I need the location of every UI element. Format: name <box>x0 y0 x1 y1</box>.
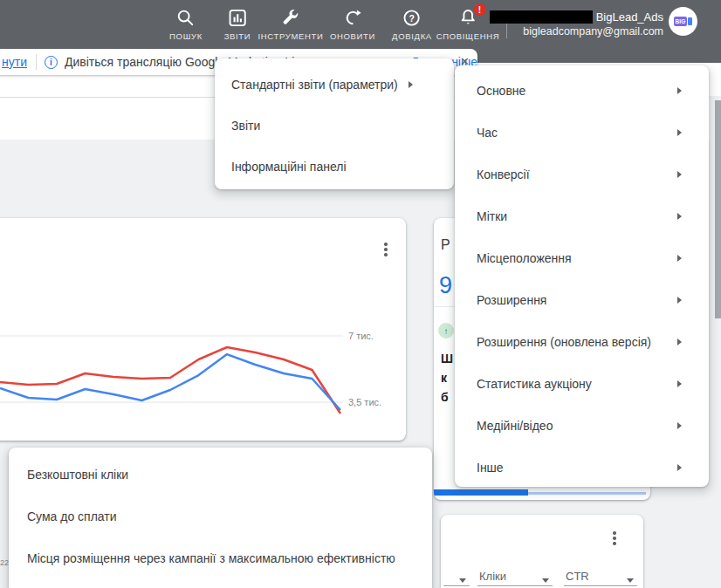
toolbar-button-reports[interactable]: ЗВІТИ <box>224 8 251 41</box>
predefined-reports-submenu: ОсновнеЧасКонверсіїМіткиМісцеположенняРо… <box>455 65 709 487</box>
overview-chart-card: 7 тис.3,5 тис. <box>0 218 406 441</box>
recommendations-title-fragment: Р <box>441 237 450 253</box>
chart-series-red <box>0 347 340 414</box>
chevron-down-icon <box>627 578 634 583</box>
toolbar-label: ІНСТРУМЕНТИ <box>258 31 323 41</box>
chevron-down-icon <box>542 578 549 583</box>
table-card: КлікиCTR <box>441 515 643 588</box>
menu-item[interactable]: Медійні/відео <box>455 405 709 447</box>
reports-icon <box>227 8 247 28</box>
score-progress-fill <box>434 489 528 496</box>
menu-item[interactable]: Статистика аукціону <box>455 363 709 405</box>
svg-text:?: ? <box>409 13 415 24</box>
uplift-badge-icon: ↑ <box>438 323 454 338</box>
menu-item[interactable]: Основне <box>455 70 709 112</box>
submenu-arrow-icon <box>677 129 682 136</box>
recommendation-text-fragment: Шкб <box>441 349 453 407</box>
column-selectors-row: КлікиCTR <box>443 569 637 586</box>
score-progress-track <box>528 492 646 495</box>
menu-item[interactable]: Інформаційні панелі <box>215 146 454 187</box>
axis-label-fragment: 22 <box>0 558 9 567</box>
collapse-link[interactable]: нути <box>2 55 27 69</box>
optimization-score-fragment: 9 <box>439 272 452 299</box>
submenu-arrow-icon <box>409 81 413 88</box>
avatar[interactable]: BIG <box>669 7 697 36</box>
notification-badge: ! <box>473 3 487 17</box>
column-select-кліки[interactable]: Кліки <box>477 569 553 586</box>
menu-item[interactable]: Інше <box>455 447 709 489</box>
menu-item-label: Конверсії <box>477 168 530 181</box>
column-select-hidden[interactable] <box>443 569 470 586</box>
scrollbar-track <box>710 96 721 588</box>
metrics-submenu: Безкоштовні клікиСума до сплатиМісця роз… <box>9 448 432 588</box>
menu-item[interactable]: Безкоштовні кліки <box>9 454 432 496</box>
toolbar-label: ПОШУК <box>169 31 203 41</box>
account-email: bigleadcompany@gmail.com <box>490 24 663 39</box>
redacted-account-id <box>490 10 593 24</box>
toolbar-label: ОНОВИТИ <box>330 31 375 41</box>
line-chart: 7 тис.3,5 тис. <box>0 218 406 441</box>
toolbar-button-search[interactable]: ПОШУК <box>169 8 203 41</box>
menu-item-label: Статистика аукціону <box>477 377 592 391</box>
menu-item-label: Сума до сплати <box>27 509 117 523</box>
menu-item-label: Основне <box>477 84 525 98</box>
info-icon: i <box>45 56 58 69</box>
brand-logo-icon: BIG <box>674 17 693 26</box>
banner-divider <box>36 54 37 70</box>
reports-dropdown-menu: Стандартні звіти (параметри)ЗвітиІнформа… <box>215 58 454 189</box>
account-name: BigLead_Ads <box>596 10 663 24</box>
submenu-arrow-icon <box>677 297 682 304</box>
menu-item[interactable]: Сума до сплати <box>9 496 432 537</box>
menu-item[interactable]: Час <box>455 112 709 154</box>
select-label: CTR <box>566 570 589 583</box>
y-axis-tick-label: 7 тис. <box>348 331 374 341</box>
bell-icon: ! <box>458 8 478 28</box>
menu-item[interactable]: Розширення (оновлена версія) <box>455 321 709 363</box>
menu-item[interactable]: Розширення <box>455 279 709 321</box>
menu-item-label: Місця розміщення через кампанії з максим… <box>27 551 395 565</box>
toolbar-label: ЗВІТИ <box>224 31 251 41</box>
menu-item-label: Медійні/відео <box>477 419 553 433</box>
menu-item[interactable]: Мітки <box>455 195 709 237</box>
select-label: Кліки <box>479 570 506 583</box>
y-axis-tick-label: 3,5 тис. <box>348 397 381 407</box>
menu-item[interactable]: Конверсії <box>455 154 709 195</box>
refresh-icon <box>343 8 363 28</box>
toolbar-label: ДОВІДКА <box>392 31 432 41</box>
help-icon: ? <box>402 8 422 28</box>
menu-item[interactable]: Місця розміщення через кампанії з максим… <box>9 537 432 579</box>
search-icon <box>175 8 196 28</box>
menu-item-label: Час <box>477 126 498 140</box>
menu-item-label: Інше <box>477 461 504 475</box>
menu-item-label: Розширення (оновлена версія) <box>477 335 651 349</box>
toolbar-button-tools[interactable]: ІНСТРУМЕНТИ <box>258 8 323 41</box>
menu-item[interactable]: Звіти <box>215 105 454 146</box>
menu-item-label: Стандартні звіти (параметри) <box>231 78 398 92</box>
menu-item[interactable]: Місцеположення <box>455 237 709 279</box>
account-info: BigLead_Ads bigleadcompany@gmail.com <box>490 10 663 39</box>
wrench-icon <box>280 8 300 28</box>
toolbar-button-help[interactable]: ?ДОВІДКА <box>392 8 432 41</box>
menu-item[interactable]: Стандартні звіти (параметри) <box>215 64 454 105</box>
table-card-menu-icon[interactable] <box>607 530 622 546</box>
submenu-arrow-icon <box>677 171 682 178</box>
submenu-arrow-icon <box>677 422 682 429</box>
submenu-arrow-icon <box>677 338 682 345</box>
submenu-arrow-icon <box>677 380 682 387</box>
menu-item-label: Місцеположення <box>477 251 572 265</box>
menu-item-label: Мітки <box>477 209 507 223</box>
chevron-down-icon <box>459 578 466 583</box>
toolbar-button-refresh[interactable]: ОНОВИТИ <box>330 8 375 41</box>
submenu-arrow-icon <box>677 464 682 471</box>
scrollbar-thumb[interactable] <box>715 100 721 318</box>
menu-item-label: Безкоштовні кліки <box>27 468 128 482</box>
submenu-arrow-icon <box>677 213 682 220</box>
submenu-arrow-icon <box>677 255 682 262</box>
menu-item-label: Інформаційні панелі <box>231 160 347 174</box>
submenu-arrow-icon <box>677 87 682 94</box>
menu-item-label: Звіти <box>231 119 260 133</box>
column-select-ctr[interactable]: CTR <box>564 569 637 586</box>
menu-item-label: Розширення <box>477 293 546 307</box>
